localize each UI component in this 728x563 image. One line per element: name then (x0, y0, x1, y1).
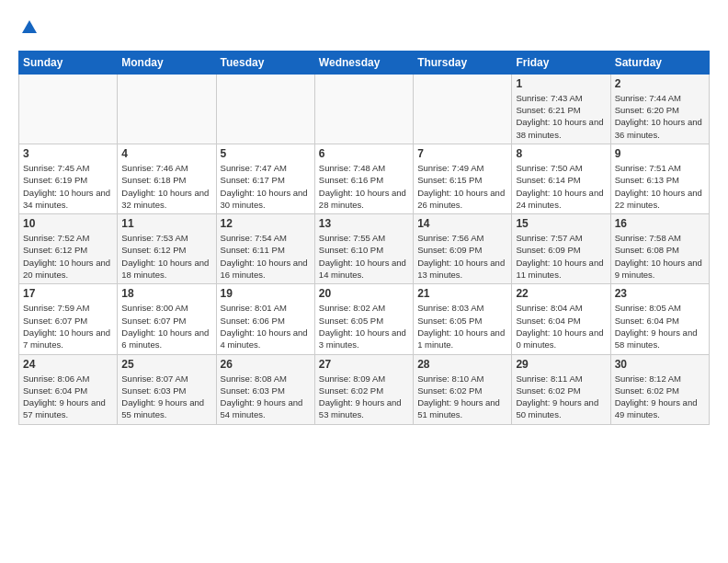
calendar-cell: 30Sunrise: 8:12 AM Sunset: 6:02 PM Dayli… (610, 354, 709, 424)
calendar-cell: 10Sunrise: 7:52 AM Sunset: 6:12 PM Dayli… (19, 214, 118, 284)
calendar-cell: 28Sunrise: 8:10 AM Sunset: 6:02 PM Dayli… (414, 354, 512, 424)
day-info: Sunrise: 7:46 AM Sunset: 6:18 PM Dayligh… (121, 162, 211, 211)
day-number: 27 (319, 358, 409, 371)
day-number: 10 (23, 217, 113, 230)
calendar-cell (414, 74, 512, 144)
calendar-cell (216, 74, 314, 144)
day-info: Sunrise: 7:49 AM Sunset: 6:15 PM Dayligh… (417, 162, 507, 211)
day-info: Sunrise: 8:04 AM Sunset: 6:04 PM Dayligh… (516, 302, 606, 350)
day-number: 24 (23, 358, 113, 371)
day-number: 7 (417, 147, 507, 160)
calendar-cell: 7Sunrise: 7:49 AM Sunset: 6:15 PM Daylig… (414, 144, 512, 213)
logo-icon (20, 18, 39, 37)
weekday-header: Thursday (414, 51, 512, 74)
day-number: 26 (221, 358, 311, 371)
day-info: Sunrise: 7:57 AM Sunset: 6:09 PM Dayligh… (516, 232, 606, 281)
day-info: Sunrise: 7:52 AM Sunset: 6:12 PM Dayligh… (23, 232, 113, 281)
day-info: Sunrise: 7:56 AM Sunset: 6:09 PM Dayligh… (417, 232, 507, 281)
day-number: 8 (516, 147, 606, 160)
day-number: 23 (615, 287, 705, 300)
day-number: 2 (615, 77, 705, 90)
weekday-header: Monday (118, 51, 216, 74)
day-info: Sunrise: 7:48 AM Sunset: 6:16 PM Dayligh… (319, 162, 409, 211)
day-info: Sunrise: 7:59 AM Sunset: 6:07 PM Dayligh… (23, 302, 113, 350)
weekday-header: Saturday (610, 51, 709, 74)
day-number: 14 (417, 217, 507, 230)
calendar-cell: 21Sunrise: 8:03 AM Sunset: 6:05 PM Dayli… (414, 284, 512, 354)
calendar-cell: 17Sunrise: 7:59 AM Sunset: 6:07 PM Dayli… (19, 284, 118, 354)
day-info: Sunrise: 7:47 AM Sunset: 6:17 PM Dayligh… (221, 162, 311, 211)
day-info: Sunrise: 8:03 AM Sunset: 6:05 PM Dayligh… (417, 302, 507, 350)
calendar-cell: 20Sunrise: 8:02 AM Sunset: 6:05 PM Dayli… (314, 284, 413, 354)
calendar-cell: 22Sunrise: 8:04 AM Sunset: 6:04 PM Dayli… (512, 284, 610, 354)
day-number: 6 (319, 147, 409, 160)
day-number: 19 (221, 287, 311, 300)
weekday-header: Wednesday (314, 51, 413, 74)
day-info: Sunrise: 7:54 AM Sunset: 6:11 PM Dayligh… (221, 232, 311, 281)
calendar-cell: 13Sunrise: 7:55 AM Sunset: 6:10 PM Dayli… (314, 214, 413, 284)
day-info: Sunrise: 7:55 AM Sunset: 6:10 PM Dayligh… (319, 232, 409, 281)
day-info: Sunrise: 8:08 AM Sunset: 6:03 PM Dayligh… (221, 373, 311, 421)
calendar-cell: 9Sunrise: 7:51 AM Sunset: 6:13 PM Daylig… (610, 144, 709, 213)
calendar-cell: 27Sunrise: 8:09 AM Sunset: 6:02 PM Dayli… (314, 354, 413, 424)
day-info: Sunrise: 8:05 AM Sunset: 6:04 PM Dayligh… (615, 302, 705, 350)
day-number: 16 (615, 217, 705, 230)
calendar-cell: 3Sunrise: 7:45 AM Sunset: 6:19 PM Daylig… (19, 144, 118, 213)
weekday-header: Friday (512, 51, 610, 74)
calendar-cell: 29Sunrise: 8:11 AM Sunset: 6:02 PM Dayli… (512, 354, 610, 424)
day-info: Sunrise: 8:12 AM Sunset: 6:02 PM Dayligh… (615, 373, 705, 421)
day-number: 4 (121, 147, 211, 160)
calendar-cell: 24Sunrise: 8:06 AM Sunset: 6:04 PM Dayli… (19, 354, 118, 424)
calendar-cell: 23Sunrise: 8:05 AM Sunset: 6:04 PM Dayli… (610, 284, 709, 354)
day-info: Sunrise: 7:44 AM Sunset: 6:20 PM Dayligh… (615, 92, 705, 141)
calendar-cell (118, 74, 216, 144)
calendar-cell: 15Sunrise: 7:57 AM Sunset: 6:09 PM Dayli… (512, 214, 610, 284)
day-number: 29 (516, 358, 606, 371)
day-number: 15 (516, 217, 606, 230)
day-number: 9 (615, 147, 705, 160)
day-info: Sunrise: 8:07 AM Sunset: 6:03 PM Dayligh… (121, 373, 211, 421)
logo (18, 18, 39, 41)
calendar-cell: 12Sunrise: 7:54 AM Sunset: 6:11 PM Dayli… (216, 214, 314, 284)
day-info: Sunrise: 7:53 AM Sunset: 6:12 PM Dayligh… (121, 232, 211, 281)
calendar-cell: 1Sunrise: 7:43 AM Sunset: 6:21 PM Daylig… (512, 74, 610, 144)
day-number: 22 (516, 287, 606, 300)
day-number: 17 (23, 287, 113, 300)
calendar-week-row: 24Sunrise: 8:06 AM Sunset: 6:04 PM Dayli… (19, 354, 710, 424)
day-number: 13 (319, 217, 409, 230)
day-number: 21 (417, 287, 507, 300)
day-number: 5 (221, 147, 311, 160)
day-info: Sunrise: 8:11 AM Sunset: 6:02 PM Dayligh… (516, 373, 606, 421)
calendar-week-row: 1Sunrise: 7:43 AM Sunset: 6:21 PM Daylig… (19, 74, 710, 144)
day-number: 11 (121, 217, 211, 230)
day-info: Sunrise: 8:00 AM Sunset: 6:07 PM Dayligh… (121, 302, 211, 350)
day-info: Sunrise: 8:01 AM Sunset: 6:06 PM Dayligh… (221, 302, 311, 350)
calendar-cell: 19Sunrise: 8:01 AM Sunset: 6:06 PM Dayli… (216, 284, 314, 354)
day-number: 1 (516, 77, 606, 90)
calendar-cell (314, 74, 413, 144)
weekday-header-row: SundayMondayTuesdayWednesdayThursdayFrid… (19, 51, 710, 74)
calendar-week-row: 10Sunrise: 7:52 AM Sunset: 6:12 PM Dayli… (19, 214, 710, 284)
calendar-cell: 2Sunrise: 7:44 AM Sunset: 6:20 PM Daylig… (610, 74, 709, 144)
calendar-cell: 8Sunrise: 7:50 AM Sunset: 6:14 PM Daylig… (512, 144, 610, 213)
header (18, 15, 710, 41)
day-number: 18 (121, 287, 211, 300)
calendar-week-row: 3Sunrise: 7:45 AM Sunset: 6:19 PM Daylig… (19, 144, 710, 213)
day-number: 25 (121, 358, 211, 371)
weekday-header: Tuesday (216, 51, 314, 74)
calendar-week-row: 17Sunrise: 7:59 AM Sunset: 6:07 PM Dayli… (19, 284, 710, 354)
day-info: Sunrise: 8:09 AM Sunset: 6:02 PM Dayligh… (319, 373, 409, 421)
calendar-cell: 5Sunrise: 7:47 AM Sunset: 6:17 PM Daylig… (216, 144, 314, 213)
day-info: Sunrise: 7:43 AM Sunset: 6:21 PM Dayligh… (516, 92, 606, 141)
calendar: SundayMondayTuesdayWednesdayThursdayFrid… (18, 51, 710, 425)
page: SundayMondayTuesdayWednesdayThursdayFrid… (0, 0, 728, 434)
day-info: Sunrise: 8:10 AM Sunset: 6:02 PM Dayligh… (417, 373, 507, 421)
day-info: Sunrise: 7:45 AM Sunset: 6:19 PM Dayligh… (23, 162, 113, 211)
day-number: 12 (221, 217, 311, 230)
svg-marker-0 (22, 20, 37, 33)
calendar-cell: 25Sunrise: 8:07 AM Sunset: 6:03 PM Dayli… (118, 354, 216, 424)
calendar-cell (19, 74, 118, 144)
day-number: 3 (23, 147, 113, 160)
day-info: Sunrise: 8:06 AM Sunset: 6:04 PM Dayligh… (23, 373, 113, 421)
day-number: 20 (319, 287, 409, 300)
